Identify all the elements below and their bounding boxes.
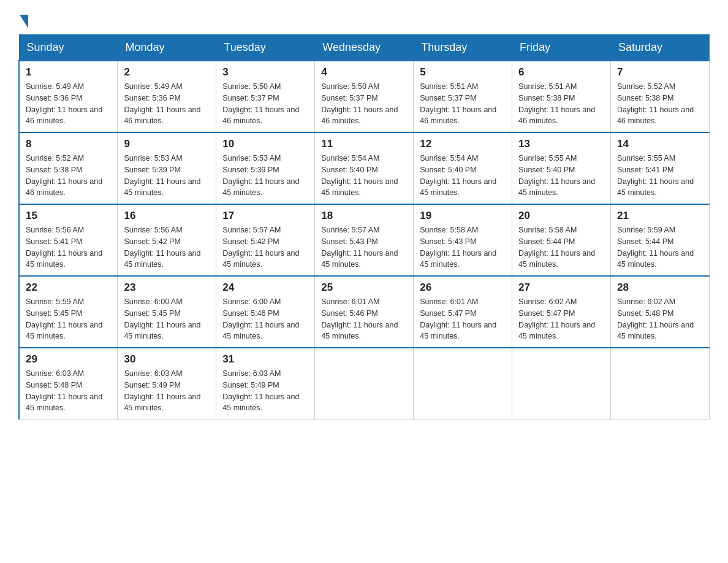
day-info: Sunrise: 5:50 AMSunset: 5:37 PMDaylight:… <box>321 81 407 127</box>
calendar-cell: 30Sunrise: 6:03 AMSunset: 5:49 PMDayligh… <box>118 348 216 419</box>
calendar-cell: 5Sunrise: 5:51 AMSunset: 5:37 PMDaylight… <box>414 61 512 132</box>
calendar-cell: 20Sunrise: 5:58 AMSunset: 5:44 PMDayligh… <box>512 204 611 276</box>
calendar-cell <box>414 348 512 419</box>
calendar-cell: 1Sunrise: 5:49 AMSunset: 5:36 PMDaylight… <box>19 61 118 132</box>
calendar-cell: 19Sunrise: 5:58 AMSunset: 5:43 PMDayligh… <box>414 204 512 276</box>
day-number: 21 <box>617 210 703 222</box>
day-info: Sunrise: 6:02 AMSunset: 5:48 PMDaylight:… <box>617 296 703 342</box>
day-info: Sunrise: 5:58 AMSunset: 5:43 PMDaylight:… <box>420 224 506 270</box>
calendar-cell: 11Sunrise: 5:54 AMSunset: 5:40 PMDayligh… <box>315 132 414 204</box>
calendar-cell: 18Sunrise: 5:57 AMSunset: 5:43 PMDayligh… <box>315 204 414 276</box>
logo-triangle-icon <box>20 15 28 28</box>
calendar-cell: 28Sunrise: 6:02 AMSunset: 5:48 PMDayligh… <box>611 276 710 348</box>
calendar-table: SundayMondayTuesdayWednesdayThursdayFrid… <box>18 34 710 419</box>
calendar-cell: 17Sunrise: 5:57 AMSunset: 5:42 PMDayligh… <box>216 204 315 276</box>
day-number: 13 <box>518 138 604 150</box>
day-info: Sunrise: 5:49 AMSunset: 5:36 PMDaylight:… <box>124 81 210 127</box>
calendar-cell: 15Sunrise: 5:56 AMSunset: 5:41 PMDayligh… <box>19 204 118 276</box>
calendar-header-saturday: Saturday <box>611 35 710 61</box>
calendar-cell: 27Sunrise: 6:02 AMSunset: 5:47 PMDayligh… <box>512 276 611 348</box>
day-number: 10 <box>222 138 308 150</box>
calendar-cell: 25Sunrise: 6:01 AMSunset: 5:46 PMDayligh… <box>315 276 414 348</box>
day-number: 14 <box>617 138 703 150</box>
day-number: 31 <box>222 353 308 366</box>
calendar-cell <box>611 348 710 419</box>
day-number: 28 <box>617 282 703 294</box>
calendar-week-row-5: 29Sunrise: 6:03 AMSunset: 5:48 PMDayligh… <box>19 348 710 419</box>
calendar-cell: 13Sunrise: 5:55 AMSunset: 5:40 PMDayligh… <box>512 132 611 204</box>
calendar-cell: 10Sunrise: 5:53 AMSunset: 5:39 PMDayligh… <box>216 132 315 204</box>
day-number: 11 <box>321 138 407 150</box>
page-header <box>18 12 710 28</box>
day-info: Sunrise: 5:55 AMSunset: 5:41 PMDaylight:… <box>617 153 703 199</box>
day-info: Sunrise: 5:51 AMSunset: 5:37 PMDaylight:… <box>420 81 506 127</box>
calendar-cell: 26Sunrise: 6:01 AMSunset: 5:47 PMDayligh… <box>414 276 512 348</box>
calendar-header-wednesday: Wednesday <box>315 35 414 61</box>
calendar-cell: 8Sunrise: 5:52 AMSunset: 5:38 PMDaylight… <box>19 132 118 204</box>
day-number: 17 <box>222 210 308 222</box>
day-info: Sunrise: 6:00 AMSunset: 5:46 PMDaylight:… <box>222 296 308 342</box>
calendar-cell: 3Sunrise: 5:50 AMSunset: 5:37 PMDaylight… <box>216 61 315 132</box>
calendar-header-monday: Monday <box>118 35 216 61</box>
day-info: Sunrise: 6:01 AMSunset: 5:47 PMDaylight:… <box>420 296 506 342</box>
calendar-cell <box>315 348 414 419</box>
day-number: 25 <box>321 282 407 294</box>
day-info: Sunrise: 5:54 AMSunset: 5:40 PMDaylight:… <box>420 153 506 199</box>
day-number: 20 <box>518 210 604 222</box>
day-number: 18 <box>321 210 407 222</box>
day-number: 30 <box>124 353 210 366</box>
day-info: Sunrise: 5:56 AMSunset: 5:41 PMDaylight:… <box>26 224 111 270</box>
calendar-header-friday: Friday <box>512 35 611 61</box>
day-number: 5 <box>420 66 506 79</box>
day-number: 22 <box>26 282 111 294</box>
day-info: Sunrise: 5:55 AMSunset: 5:40 PMDaylight:… <box>518 153 604 199</box>
day-info: Sunrise: 6:01 AMSunset: 5:46 PMDaylight:… <box>321 296 407 342</box>
calendar-cell: 24Sunrise: 6:00 AMSunset: 5:46 PMDayligh… <box>216 276 315 348</box>
calendar-header-tuesday: Tuesday <box>216 35 315 61</box>
calendar-cell: 6Sunrise: 5:51 AMSunset: 5:38 PMDaylight… <box>512 61 611 132</box>
calendar-header-row: SundayMondayTuesdayWednesdayThursdayFrid… <box>19 35 710 61</box>
calendar-week-row-3: 15Sunrise: 5:56 AMSunset: 5:41 PMDayligh… <box>19 204 710 276</box>
day-info: Sunrise: 5:49 AMSunset: 5:36 PMDaylight:… <box>26 81 111 127</box>
day-info: Sunrise: 6:00 AMSunset: 5:45 PMDaylight:… <box>124 296 210 342</box>
day-info: Sunrise: 5:58 AMSunset: 5:44 PMDaylight:… <box>518 224 604 270</box>
day-number: 8 <box>26 138 111 150</box>
calendar-week-row-2: 8Sunrise: 5:52 AMSunset: 5:38 PMDaylight… <box>19 132 710 204</box>
day-number: 3 <box>222 66 308 79</box>
day-number: 7 <box>617 66 703 79</box>
calendar-cell <box>512 348 611 419</box>
calendar-header-sunday: Sunday <box>19 35 118 61</box>
day-info: Sunrise: 6:03 AMSunset: 5:48 PMDaylight:… <box>26 368 111 414</box>
day-number: 1 <box>26 66 111 79</box>
day-number: 29 <box>26 353 111 366</box>
logo <box>18 12 28 28</box>
day-info: Sunrise: 5:59 AMSunset: 5:45 PMDaylight:… <box>26 296 111 342</box>
day-number: 24 <box>222 282 308 294</box>
calendar-cell: 4Sunrise: 5:50 AMSunset: 5:37 PMDaylight… <box>315 61 414 132</box>
day-info: Sunrise: 5:52 AMSunset: 5:38 PMDaylight:… <box>617 81 703 127</box>
day-info: Sunrise: 5:53 AMSunset: 5:39 PMDaylight:… <box>222 153 308 199</box>
day-number: 27 <box>518 282 604 294</box>
day-number: 15 <box>26 210 111 222</box>
calendar-cell: 31Sunrise: 6:03 AMSunset: 5:49 PMDayligh… <box>216 348 315 419</box>
calendar-cell: 22Sunrise: 5:59 AMSunset: 5:45 PMDayligh… <box>19 276 118 348</box>
day-info: Sunrise: 6:03 AMSunset: 5:49 PMDaylight:… <box>222 368 308 414</box>
day-info: Sunrise: 5:51 AMSunset: 5:38 PMDaylight:… <box>518 81 604 127</box>
day-number: 16 <box>124 210 210 222</box>
day-number: 6 <box>518 66 604 79</box>
calendar-cell: 23Sunrise: 6:00 AMSunset: 5:45 PMDayligh… <box>118 276 216 348</box>
calendar-cell: 29Sunrise: 6:03 AMSunset: 5:48 PMDayligh… <box>19 348 118 419</box>
day-info: Sunrise: 5:57 AMSunset: 5:42 PMDaylight:… <box>222 224 308 270</box>
day-number: 12 <box>420 138 506 150</box>
calendar-header-thursday: Thursday <box>414 35 512 61</box>
day-info: Sunrise: 5:59 AMSunset: 5:44 PMDaylight:… <box>617 224 703 270</box>
calendar-cell: 9Sunrise: 5:53 AMSunset: 5:39 PMDaylight… <box>118 132 216 204</box>
calendar-week-row-1: 1Sunrise: 5:49 AMSunset: 5:36 PMDaylight… <box>19 61 710 132</box>
day-number: 4 <box>321 66 407 79</box>
day-info: Sunrise: 6:03 AMSunset: 5:49 PMDaylight:… <box>124 368 210 414</box>
day-info: Sunrise: 5:56 AMSunset: 5:42 PMDaylight:… <box>124 224 210 270</box>
calendar-cell: 21Sunrise: 5:59 AMSunset: 5:44 PMDayligh… <box>611 204 710 276</box>
calendar-cell: 16Sunrise: 5:56 AMSunset: 5:42 PMDayligh… <box>118 204 216 276</box>
day-info: Sunrise: 5:50 AMSunset: 5:37 PMDaylight:… <box>222 81 308 127</box>
day-info: Sunrise: 5:54 AMSunset: 5:40 PMDaylight:… <box>321 153 407 199</box>
